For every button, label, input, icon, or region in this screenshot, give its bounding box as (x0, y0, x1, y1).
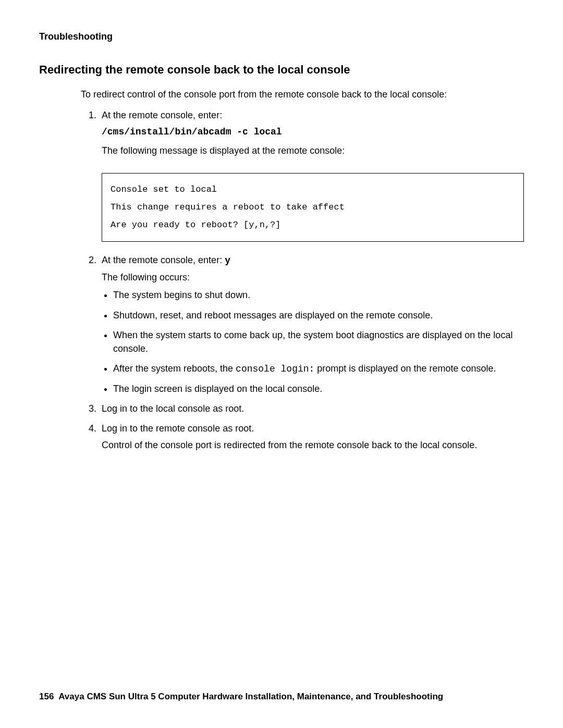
step-text: At the remote console, enter: (102, 255, 225, 265)
step-text: The following occurs: (102, 270, 524, 284)
step-2: 2. At the remote console, enter: y The f… (89, 253, 524, 396)
bullet-text: After the system reboots, the (113, 363, 236, 374)
step-text: Log in to the local console as root. (102, 403, 244, 414)
step-4: 4. Log in to the remote console as root.… (89, 422, 524, 452)
step-1: 1. At the remote console, enter: /cms/in… (89, 108, 524, 242)
bullet-list: The system begins to shut down. Shutdown… (113, 288, 524, 396)
command-inline: y (225, 255, 230, 266)
bullet-item: After the system reboots, the console lo… (113, 362, 524, 376)
page-number: 156 (39, 692, 54, 701)
step-list: 1. At the remote console, enter: /cms/in… (89, 108, 524, 452)
console-line: Console set to local (111, 181, 515, 199)
step-number: 4. (89, 422, 96, 435)
section-title: Redirecting the remote console back to t… (39, 63, 524, 77)
bullet-item: The login screen is displayed on the loc… (113, 382, 524, 396)
command-text: /cms/install/bin/abcadm -c local (102, 125, 524, 139)
bullet-text: prompt is displayed on the remote consol… (314, 363, 496, 374)
step-number: 2. (89, 253, 96, 267)
page-footer: 156 Avaya CMS Sun Ultra 5 Computer Hardw… (39, 692, 443, 702)
console-output-box: Console set to local This change require… (102, 173, 524, 242)
step-3: 3. Log in to the local console as root. (89, 402, 524, 415)
step-text: Log in to the remote console as root. (102, 423, 254, 434)
step-number: 1. (89, 108, 96, 122)
step-text: At the remote console, enter: (102, 110, 222, 120)
running-header: Troubleshooting (39, 31, 524, 42)
step-text: Control of the console port is redirecte… (102, 438, 524, 452)
console-line: This change requires a reboot to take af… (111, 199, 515, 216)
console-line: Are you ready to reboot? [y,n,?] (111, 216, 515, 234)
bullet-item: The system begins to shut down. (113, 288, 524, 302)
step-number: 3. (89, 402, 96, 415)
command-inline: console login: (236, 364, 314, 374)
bullet-item: Shutdown, reset, and reboot messages are… (113, 309, 524, 322)
bullet-item: When the system starts to come back up, … (113, 328, 524, 355)
step-text: The following message is displayed at th… (102, 144, 524, 157)
footer-title: Avaya CMS Sun Ultra 5 Computer Hardware … (58, 692, 443, 701)
intro-text: To redirect control of the console port … (81, 89, 524, 100)
document-page: Troubleshooting Redirecting the remote c… (0, 0, 563, 728)
